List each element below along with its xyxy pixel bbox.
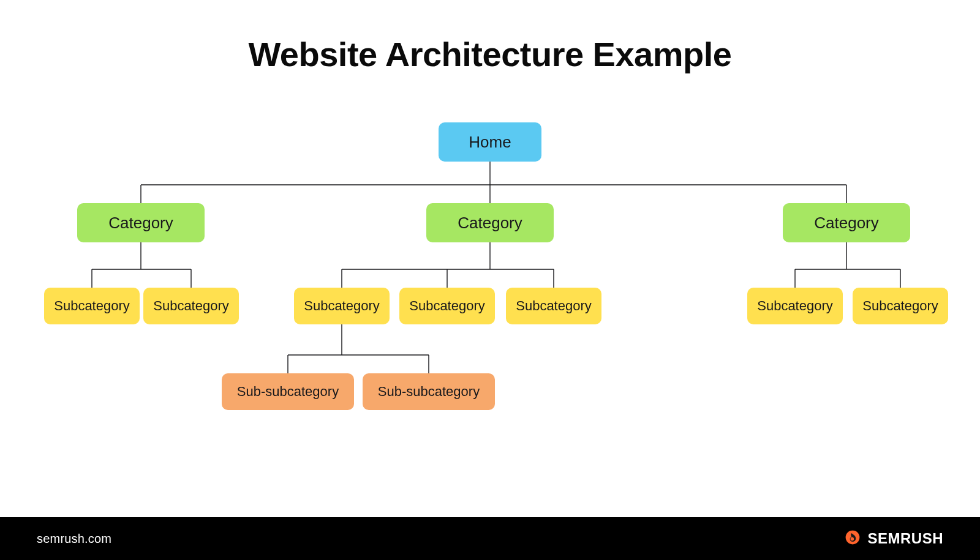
svg-point-6 — [851, 537, 854, 541]
node-subcategory-1-1: Subcategory — [44, 288, 140, 324]
node-subcategory-3-2: Subcategory — [853, 288, 948, 324]
brand-block: SEMRUSH — [844, 529, 943, 548]
diagram-canvas: Website Architecture Example Home Catego… — [0, 0, 980, 560]
node-subcategory-2-1: Subcategory — [294, 288, 390, 324]
node-subcategory-2-2: Subcategory — [399, 288, 495, 324]
footer-url: semrush.com — [37, 532, 111, 546]
brand-flame-icon — [844, 529, 861, 548]
node-subsubcategory-2: Sub-subcategory — [363, 373, 495, 410]
connectors-layer — [0, 0, 980, 560]
node-category-1: Category — [77, 203, 205, 242]
brand-name: SEMRUSH — [867, 530, 943, 547]
diagram-title: Website Architecture Example — [0, 34, 980, 74]
node-subcategory-2-3: Subcategory — [506, 288, 601, 324]
node-category-3: Category — [783, 203, 910, 242]
node-subcategory-3-1: Subcategory — [747, 288, 843, 324]
node-category-2: Category — [426, 203, 554, 242]
node-home: Home — [439, 122, 541, 162]
node-subcategory-1-2: Subcategory — [143, 288, 239, 324]
node-subsubcategory-1: Sub-subcategory — [222, 373, 354, 410]
footer-bar: semrush.com SEMRUSH — [0, 517, 980, 560]
